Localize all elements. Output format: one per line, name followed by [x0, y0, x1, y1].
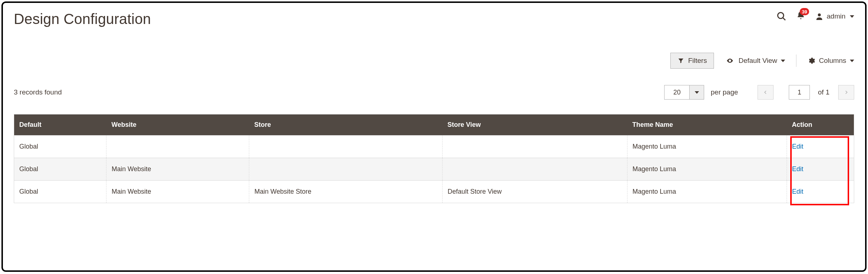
- cell-theme-name: Magento Luma: [627, 136, 787, 158]
- cell-default: Global: [14, 158, 106, 181]
- chevron-right-icon: [844, 89, 848, 96]
- cell-website: Main Website: [106, 181, 249, 203]
- cell-store: [249, 136, 443, 158]
- per-page-label: per page: [711, 88, 738, 96]
- chevron-down-icon: [850, 60, 854, 62]
- page-title: Design Configuration: [14, 11, 151, 27]
- col-action: Action: [787, 114, 854, 136]
- svg-point-0: [778, 13, 784, 19]
- table-header-row: Default Website Store Store View Theme N…: [14, 114, 854, 136]
- table-row[interactable]: GlobalMagento LumaEdit: [14, 136, 854, 158]
- col-store-view[interactable]: Store View: [443, 114, 627, 136]
- header-actions: 39 admin: [776, 11, 854, 22]
- cell-default: Global: [14, 181, 106, 203]
- filters-label: Filters: [688, 57, 707, 65]
- user-icon: [815, 12, 824, 21]
- view-switcher[interactable]: Default View: [725, 57, 785, 65]
- cell-store-view: [443, 158, 627, 181]
- table-row[interactable]: GlobalMain WebsiteMain Website StoreDefa…: [14, 181, 854, 203]
- page-size-input[interactable]: 20: [664, 85, 690, 100]
- col-store[interactable]: Store: [249, 114, 443, 136]
- page-size-toggle[interactable]: [690, 85, 704, 100]
- cell-action: Edit: [787, 136, 854, 158]
- records-count: 3 records found: [14, 88, 62, 96]
- cell-store-view: Default Store View: [443, 181, 627, 203]
- chevron-down-icon: [695, 91, 699, 94]
- edit-link[interactable]: Edit: [792, 165, 803, 173]
- view-label: Default View: [739, 57, 777, 65]
- edit-link[interactable]: Edit: [792, 143, 803, 150]
- cell-action: Edit: [787, 181, 854, 203]
- col-default[interactable]: Default: [14, 114, 106, 136]
- notification-badge: 39: [800, 8, 809, 15]
- gear-icon: [807, 57, 815, 65]
- eye-icon: [725, 57, 735, 64]
- next-page-button[interactable]: [838, 85, 854, 100]
- page-number-input[interactable]: 1: [789, 85, 810, 100]
- col-theme-name[interactable]: Theme Name: [627, 114, 787, 136]
- edit-link[interactable]: Edit: [792, 188, 803, 195]
- svg-line-1: [783, 18, 786, 20]
- of-total-label: of 1: [818, 88, 829, 96]
- table-row[interactable]: GlobalMain WebsiteMagento LumaEdit: [14, 158, 854, 181]
- filters-button[interactable]: Filters: [670, 53, 714, 69]
- username-label: admin: [827, 12, 845, 20]
- notifications-button[interactable]: 39: [796, 11, 806, 22]
- svg-point-2: [818, 13, 821, 16]
- cell-theme-name: Magento Luma: [627, 158, 787, 181]
- prev-page-button[interactable]: [758, 85, 774, 100]
- search-icon[interactable]: [776, 11, 787, 21]
- columns-button[interactable]: Columns: [807, 57, 854, 65]
- columns-label: Columns: [819, 57, 846, 65]
- pagination-controls: 20 per page 1 of 1: [664, 85, 854, 100]
- chevron-down-icon: [781, 60, 785, 62]
- cell-store: [249, 158, 443, 181]
- cell-action: Edit: [787, 158, 854, 181]
- grid-toolbar: Filters Default View Columns: [14, 53, 854, 69]
- cell-website: [106, 136, 249, 158]
- chevron-down-icon: [850, 15, 854, 18]
- filter-icon: [677, 57, 685, 64]
- chevron-left-icon: [763, 89, 768, 96]
- cell-default: Global: [14, 136, 106, 158]
- design-config-table: Default Website Store Store View Theme N…: [14, 114, 854, 203]
- cell-theme-name: Magento Luma: [627, 181, 787, 203]
- cell-website: Main Website: [106, 158, 249, 181]
- cell-store: Main Website Store: [249, 181, 443, 203]
- toolbar-divider: [796, 55, 796, 67]
- cell-store-view: [443, 136, 627, 158]
- user-menu[interactable]: admin: [815, 12, 854, 21]
- col-website[interactable]: Website: [106, 114, 249, 136]
